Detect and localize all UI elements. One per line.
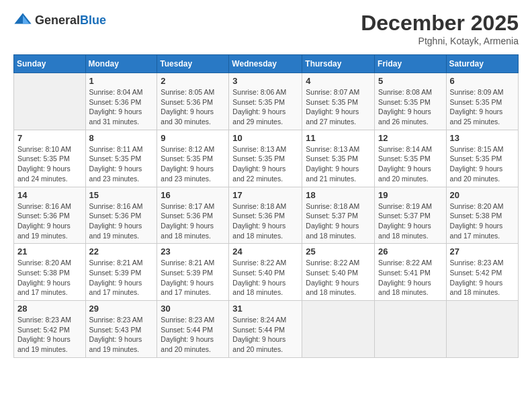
day-number: 7: [17, 133, 82, 143]
day-info-line: Sunset: 5:36 PM: [89, 211, 154, 221]
calendar-cell: 12Sunrise: 8:14 AMSunset: 5:35 PMDayligh…: [375, 130, 447, 187]
calendar-header: SundayMondayTuesdayWednesdayThursdayFrid…: [14, 55, 519, 73]
day-info-line: and 18 minutes.: [450, 287, 515, 298]
day-info-line: Daylight: 9 hours: [161, 334, 225, 345]
day-info-line: Sunset: 5:37 PM: [306, 211, 371, 221]
day-info-line: Sunrise: 8:14 AM: [378, 144, 443, 154]
day-info-line: Sunset: 5:40 PM: [306, 268, 371, 278]
day-info-line: Sunrise: 8:22 AM: [378, 258, 443, 268]
day-number: 18: [306, 190, 371, 200]
day-info-line: Sunset: 5:41 PM: [378, 268, 443, 278]
title-section: December 2025 Ptghni, Kotayk, Armenia: [361, 11, 519, 46]
day-info-line: Sunset: 5:35 PM: [378, 154, 443, 164]
day-info-line: Sunrise: 8:23 AM: [450, 258, 515, 268]
day-info-line: and 18 minutes.: [161, 231, 225, 241]
day-info-line: Sunset: 5:39 PM: [89, 268, 154, 278]
calendar-cell: 9Sunrise: 8:12 AMSunset: 5:35 PMDaylight…: [157, 130, 229, 187]
day-info-line: Sunrise: 8:18 AM: [232, 201, 298, 212]
day-info-line: Sunset: 5:37 PM: [378, 211, 443, 221]
day-info-line: Sunset: 5:38 PM: [450, 211, 515, 221]
calendar-cell: 11Sunrise: 8:13 AMSunset: 5:35 PMDayligh…: [302, 130, 375, 187]
day-info-line: Daylight: 9 hours: [306, 164, 371, 174]
day-info-line: Daylight: 9 hours: [232, 278, 298, 288]
day-info-line: and 18 minutes.: [232, 287, 298, 298]
day-info-line: Sunrise: 8:24 AM: [232, 315, 298, 325]
day-info-line: Daylight: 9 hours: [17, 334, 82, 345]
day-info-line: and 19 minutes.: [89, 231, 154, 241]
day-info-line: Daylight: 9 hours: [378, 221, 443, 231]
weekday-header: Tuesday: [157, 55, 229, 73]
month-title: December 2025: [361, 11, 519, 36]
day-info-line: Sunrise: 8:16 AM: [89, 201, 154, 212]
day-info-line: Daylight: 9 hours: [89, 334, 154, 345]
calendar-cell: 28Sunrise: 8:23 AMSunset: 5:42 PMDayligh…: [14, 301, 86, 358]
day-number: 15: [89, 190, 154, 200]
day-info-line: Daylight: 9 hours: [450, 221, 515, 231]
day-info-line: Sunset: 5:42 PM: [17, 325, 82, 335]
calendar-cell: 8Sunrise: 8:11 AMSunset: 5:35 PMDaylight…: [85, 130, 157, 187]
calendar-cell: [375, 301, 447, 358]
day-info-line: and 23 minutes.: [89, 174, 154, 184]
day-info-line: Daylight: 9 hours: [89, 221, 154, 231]
calendar-cell: 17Sunrise: 8:18 AMSunset: 5:36 PMDayligh…: [229, 187, 302, 244]
calendar-week-row: 21Sunrise: 8:20 AMSunset: 5:38 PMDayligh…: [14, 244, 519, 301]
day-info-line: Sunrise: 8:20 AM: [17, 258, 82, 268]
day-info-line: Daylight: 9 hours: [161, 221, 225, 231]
day-info-line: Sunset: 5:43 PM: [89, 325, 154, 335]
day-info-line: Sunset: 5:44 PM: [232, 325, 298, 335]
calendar-cell: 1Sunrise: 8:04 AMSunset: 5:36 PMDaylight…: [85, 73, 157, 130]
day-info-line: Daylight: 9 hours: [378, 107, 443, 117]
logo-general: General: [35, 13, 80, 27]
calendar-cell: 6Sunrise: 8:09 AMSunset: 5:35 PMDaylight…: [446, 73, 518, 130]
day-info-line: and 19 minutes.: [89, 345, 154, 355]
day-info-line: Sunrise: 8:04 AM: [89, 87, 154, 97]
calendar-cell: 29Sunrise: 8:23 AMSunset: 5:43 PMDayligh…: [85, 301, 157, 358]
calendar-body: 1Sunrise: 8:04 AMSunset: 5:36 PMDaylight…: [14, 73, 519, 358]
day-number: 28: [17, 304, 82, 314]
day-info-line: Sunrise: 8:08 AM: [378, 87, 443, 97]
day-info-line: Sunrise: 8:21 AM: [89, 258, 154, 268]
day-number: 3: [232, 76, 298, 86]
day-info-line: Sunset: 5:35 PM: [306, 154, 371, 164]
page-container: GeneralBlue December 2025 Ptghni, Kotayk…: [0, 0, 532, 365]
day-info-line: and 25 minutes.: [450, 117, 515, 127]
day-info-line: Daylight: 9 hours: [89, 164, 154, 174]
day-info-line: and 18 minutes.: [232, 231, 298, 241]
calendar-cell: 18Sunrise: 8:18 AMSunset: 5:37 PMDayligh…: [302, 187, 375, 244]
day-info-line: and 20 minutes.: [161, 345, 225, 355]
calendar-cell: 5Sunrise: 8:08 AMSunset: 5:35 PMDaylight…: [375, 73, 447, 130]
day-info-line: and 18 minutes.: [378, 231, 443, 241]
day-number: 20: [450, 190, 515, 200]
day-info-line: Sunset: 5:35 PM: [89, 154, 154, 164]
calendar-cell: 7Sunrise: 8:10 AMSunset: 5:35 PMDaylight…: [14, 130, 86, 187]
day-info-line: and 18 minutes.: [306, 231, 371, 241]
day-number: 13: [450, 133, 515, 143]
calendar-cell: 20Sunrise: 8:20 AMSunset: 5:38 PMDayligh…: [446, 187, 518, 244]
day-number: 24: [232, 246, 298, 257]
calendar-cell: 4Sunrise: 8:07 AMSunset: 5:35 PMDaylight…: [302, 73, 375, 130]
day-info-line: Daylight: 9 hours: [306, 278, 371, 288]
day-info-line: and 27 minutes.: [306, 117, 371, 127]
day-number: 19: [378, 190, 443, 200]
day-info-line: and 17 minutes.: [450, 231, 515, 241]
day-info-line: Sunset: 5:35 PM: [232, 154, 298, 164]
day-info-line: Sunrise: 8:10 AM: [17, 144, 82, 154]
calendar-cell: 31Sunrise: 8:24 AMSunset: 5:44 PMDayligh…: [229, 301, 302, 358]
day-info-line: Sunrise: 8:15 AM: [450, 144, 515, 154]
day-info-line: Sunrise: 8:16 AM: [17, 201, 82, 212]
day-number: 23: [161, 246, 225, 257]
day-info-line: and 26 minutes.: [378, 117, 443, 127]
calendar-week-row: 28Sunrise: 8:23 AMSunset: 5:42 PMDayligh…: [14, 301, 519, 358]
day-number: 17: [232, 190, 298, 200]
day-info-line: and 17 minutes.: [17, 287, 82, 298]
calendar-cell: 27Sunrise: 8:23 AMSunset: 5:42 PMDayligh…: [446, 244, 518, 301]
calendar-cell: 24Sunrise: 8:22 AMSunset: 5:40 PMDayligh…: [229, 244, 302, 301]
day-number: 27: [450, 246, 515, 257]
day-info-line: and 30 minutes.: [161, 117, 225, 127]
day-info-line: Sunrise: 8:06 AM: [232, 87, 298, 97]
day-info-line: Sunset: 5:36 PM: [17, 211, 82, 221]
day-info-line: Sunrise: 8:12 AM: [161, 144, 225, 154]
day-info-line: and 18 minutes.: [378, 287, 443, 298]
day-info-line: and 20 minutes.: [378, 174, 443, 184]
day-number: 16: [161, 190, 225, 200]
